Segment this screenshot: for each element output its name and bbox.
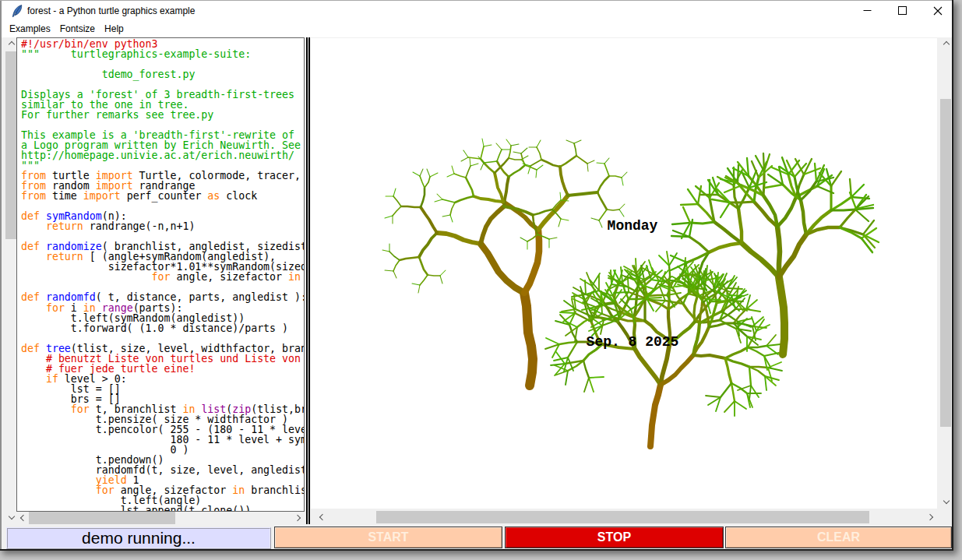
maximize-icon [898, 6, 907, 15]
scroll-up-button[interactable] [940, 37, 953, 50]
code-vertical-scrollbar[interactable] [5, 37, 16, 523]
menu-bar: Examples Fontsize Help [2, 20, 952, 37]
app-window: forest - a Python turtle graphics exampl… [0, 0, 953, 551]
code-horizontal-scrollbar[interactable] [16, 512, 305, 524]
turtle-canvas[interactable]: MondaySep. 8 2025 [311, 38, 937, 509]
close-button[interactable] [920, 1, 955, 20]
status-label: demo running... [6, 527, 271, 549]
code-line: from time import perf_counter as clock [21, 191, 304, 201]
code-hscroll-thumb[interactable] [29, 512, 175, 524]
scroll-right-button[interactable] [925, 511, 937, 523]
menu-fontsize[interactable]: Fontsize [55, 20, 100, 37]
stop-button[interactable]: STOP [505, 527, 724, 548]
window-title: forest - a Python turtle graphics exampl… [27, 1, 195, 20]
pane-sash[interactable] [306, 37, 310, 524]
right-tree [671, 153, 879, 354]
canvas-vscroll-thumb[interactable] [940, 99, 951, 427]
code-line: http://homepage.univie.ac.at/erich.neuwi… [21, 150, 304, 160]
code-line: for angle, sizefactor in branchlist ] [21, 272, 304, 282]
code-line: tdemo_forest.py [21, 69, 304, 79]
forest-drawing: MondaySep. 8 2025 [311, 38, 937, 509]
code-line: lst.append(t.clone()) [21, 505, 304, 511]
start-button[interactable]: START [274, 527, 502, 548]
close-icon [933, 6, 943, 16]
code-line: return randrange(-n,n+1) [21, 221, 304, 231]
window-border [0, 549, 953, 551]
window-border [0, 0, 2, 551]
code-line: """ turtlegraphics-example-suite: [21, 49, 304, 59]
scroll-right-button[interactable] [292, 512, 305, 524]
minimize-icon [863, 6, 872, 15]
canvas-hscroll-thumb[interactable] [376, 511, 869, 523]
maximize-button[interactable] [885, 1, 920, 20]
scroll-down-button[interactable] [940, 495, 953, 508]
title-bar[interactable]: forest - a Python turtle graphics exampl… [2, 1, 952, 20]
window-border [0, 0, 953, 1]
scroll-left-button[interactable] [315, 511, 328, 523]
tk-feather-icon [12, 5, 23, 17]
code-line: t.forward( (1.0 * distance)/parts ) [21, 323, 304, 333]
clock-text: Monday [608, 218, 658, 234]
clock-text: Sep. 8 2025 [587, 334, 679, 350]
code-line: For further remarks see tree.py [21, 110, 304, 120]
canvas-horizontal-scrollbar[interactable] [315, 511, 937, 523]
clear-button[interactable]: CLEAR [725, 527, 952, 548]
minimize-button[interactable] [850, 1, 885, 20]
code-text: #!/usr/bin/env python3""" turtlegraphics… [21, 39, 304, 511]
scroll-left-button[interactable] [16, 512, 29, 524]
menu-help[interactable]: Help [100, 20, 129, 37]
menu-examples[interactable]: Examples [5, 20, 55, 37]
code-vscroll-thumb[interactable] [5, 51, 16, 239]
window-border [952, 0, 953, 551]
canvas-vertical-scrollbar[interactable] [940, 37, 951, 508]
